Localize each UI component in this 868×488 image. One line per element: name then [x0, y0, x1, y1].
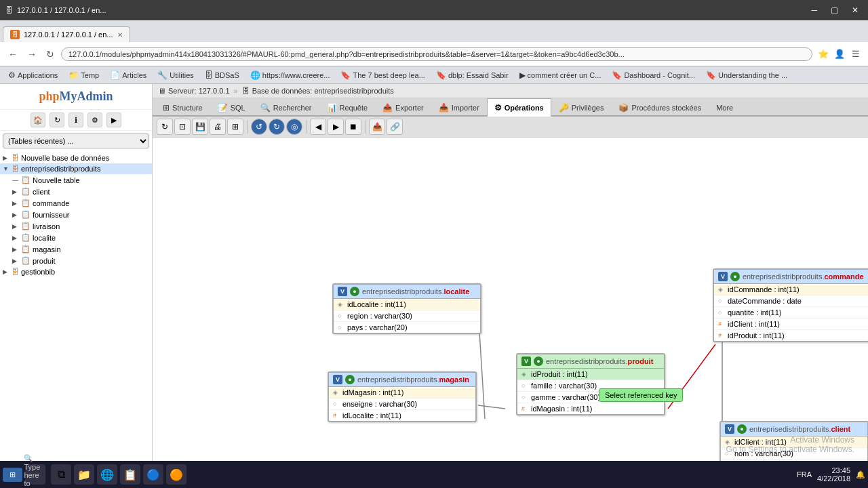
toolbar-expand-btn[interactable]: ⊡	[174, 119, 191, 135]
tab-requete[interactable]: 📊 Requête	[319, 98, 376, 117]
bookmark-understanding[interactable]: 🔖 Understanding the ...	[703, 70, 790, 81]
toolbar-print-btn[interactable]: 🖨	[210, 119, 226, 135]
sidebar-item-entreprisedistrib[interactable]: ▼ 🗄 entreprisedistribproduits	[0, 163, 152, 174]
bookmark-temp[interactable]: 📁 Temp	[66, 70, 102, 81]
sidebar-item-nouvelle-bdd[interactable]: ▶ 🗄 Nouvelle base de données	[0, 152, 152, 163]
extensions-icon[interactable]: ⭐	[816, 47, 830, 61]
bookmark-creere[interactable]: 🌐 https://www.creere...	[248, 70, 333, 81]
forward-button[interactable]: →	[24, 47, 39, 61]
db-select-container[interactable]: (Tables récentes) ...	[3, 134, 149, 148]
tab-structure[interactable]: ⊞ Structure	[155, 98, 210, 117]
toolbar-fit-btn[interactable]: ◎	[286, 119, 302, 135]
sidebar-settings-icon[interactable]: ⚙	[87, 113, 102, 127]
bookmark-comment[interactable]: ▶ comment créer un C...	[517, 70, 604, 81]
refresh-button[interactable]: ↻	[43, 47, 57, 61]
bookmark-applications[interactable]: ⚙ Applications	[5, 70, 60, 81]
sidebar-item-fournisseur[interactable]: ▶ 📋 fournisseur	[9, 209, 152, 220]
sidebar-item-localite[interactable]: ▶ 📋 localite	[9, 232, 152, 243]
sidebar-refresh-icon[interactable]: ↻	[50, 113, 64, 127]
table-produit[interactable]: V ● entreprisedistribproduits.produit ◈ …	[516, 353, 665, 415]
livraison-toggle[interactable]: ▶	[12, 223, 19, 230]
localite-field-1[interactable]: ○ region : varchar(30)	[334, 310, 480, 322]
table-magasin[interactable]: V ● entreprisedistribproduits.magasin ◈ …	[328, 371, 477, 422]
localite-field-0[interactable]: ◈ idLocalite : int(11)	[334, 299, 480, 310]
produit-field-0[interactable]: ◈ idProduit : int(11)	[517, 369, 664, 380]
client-header[interactable]: V ● entreprisedistribproduits.client	[721, 422, 867, 436]
toolbar-reload-btn[interactable]: ↻	[157, 119, 173, 135]
sidebar-item-magasin[interactable]: ▶ 📋 magasin	[9, 243, 152, 255]
sidebar-item-client[interactable]: ▶ 📋 client	[9, 186, 152, 197]
taskbar-app1[interactable]: 📋	[120, 464, 140, 485]
tab-sql[interactable]: 📝 SQL	[210, 98, 253, 117]
magasin-field-0[interactable]: ◈ idMagasin : int(11)	[329, 387, 475, 399]
taskbar-fileexplorer[interactable]: 📁	[74, 464, 94, 485]
produit-toggle[interactable]: ▶	[12, 258, 19, 264]
commande-field-4[interactable]: # idProduit : int(11)	[714, 330, 868, 341]
magasin-field-1[interactable]: ○ enseigne : varchar(30)	[329, 399, 475, 410]
minimize-button[interactable]: ─	[807, 4, 821, 16]
tab-exporter[interactable]: 📤 Exporter	[375, 98, 431, 117]
taskbar-notification-icon[interactable]: 🔔	[856, 470, 865, 479]
client-toggle[interactable]: ▶	[12, 188, 19, 195]
sidebar-item-commande[interactable]: ▶ 📋 commande	[9, 197, 152, 209]
taskbar-taskview[interactable]: ⧉	[51, 464, 71, 485]
taskbar-app3[interactable]: 🟠	[166, 464, 186, 485]
magasin-field-2[interactable]: # idLocalite : int(11)	[329, 410, 475, 421]
magasin-toggle[interactable]: ▶	[12, 246, 19, 253]
bookmark-articles[interactable]: 📄 Articles	[107, 70, 149, 81]
magasin-header[interactable]: V ● entreprisedistribproduits.magasin	[329, 373, 475, 387]
sidebar-item-produit[interactable]: ▶ 📋 produit	[9, 255, 152, 266]
back-button[interactable]: ←	[5, 47, 20, 61]
toggle-icon[interactable]: ▼	[3, 165, 9, 172]
toolbar-layout-btn[interactable]: ⊞	[227, 119, 243, 135]
maximize-button[interactable]: ▢	[827, 4, 842, 16]
table-localite[interactable]: V ● entreprisedistribproduits.localite ◈…	[332, 283, 481, 334]
localite-field-2[interactable]: ○ pays : varchar(20)	[334, 322, 480, 333]
sidebar-item-gestionbib[interactable]: ▶ 🗄 gestionbib	[0, 266, 152, 277]
close-tab-icon[interactable]: ✕	[117, 31, 123, 39]
tab-importer[interactable]: 📥 Importer	[431, 98, 487, 117]
sidebar-info-icon[interactable]: ℹ	[68, 113, 83, 127]
toggle-icon[interactable]: ▶	[3, 155, 9, 161]
taskbar-browser[interactable]: 🌐	[97, 464, 117, 485]
tab-more[interactable]: More	[709, 99, 741, 116]
bookmark-dashboard[interactable]: 🔖 Dashboard - Cognit...	[609, 70, 698, 81]
table-commande[interactable]: V ● entreprisedistribproduits.commande ◈…	[713, 268, 868, 342]
bookmark-dblp[interactable]: 🔖 dblp: Essaid Sabir	[433, 70, 511, 81]
sidebar-console-icon[interactable]: ▶	[106, 113, 121, 127]
toolbar-link-btn[interactable]: 🔗	[387, 119, 403, 135]
tab-operations[interactable]: ⚙ Opérations	[487, 98, 551, 117]
localite-toggle[interactable]: ▶	[12, 235, 19, 241]
commande-header[interactable]: V ● entreprisedistribproduits.commande	[714, 270, 868, 284]
db-select-dropdown[interactable]: (Tables récentes) ...	[3, 134, 149, 148]
bookmark-utilities[interactable]: 🔧 Utilities	[155, 70, 196, 81]
bookmark-deeplea[interactable]: 🔖 The 7 best deep lea...	[338, 70, 427, 81]
taskbar-app2[interactable]: 🔵	[143, 464, 163, 485]
toolbar-zoom-in-btn[interactable]: ↺	[251, 119, 267, 135]
close-button[interactable]: ✕	[848, 4, 863, 16]
taskbar-search[interactable]: 🔍 Type here to search	[25, 464, 45, 485]
bookmark-bdsas[interactable]: 🗄 BDSaS	[202, 70, 242, 81]
tab-rechercher[interactable]: 🔍 Rechercher	[253, 98, 319, 117]
produit-header[interactable]: V ● entreprisedistribproduits.produit	[517, 354, 664, 369]
toolbar-next-btn[interactable]: ▶	[328, 119, 344, 135]
fournisseur-toggle[interactable]: ▶	[12, 211, 19, 218]
sidebar-item-nouvelle-table[interactable]: — 📋 Nouvelle table	[9, 174, 152, 186]
commande-field-0[interactable]: ◈ idCommande : int(11)	[714, 284, 868, 296]
sidebar-item-livraison[interactable]: ▶ 📋 livraison	[9, 220, 152, 232]
start-button[interactable]: ⊞	[3, 468, 22, 482]
window-controls[interactable]: ─ ▢ ✕	[807, 4, 863, 16]
url-field[interactable]	[61, 47, 812, 61]
toolbar-export-btn[interactable]: 📤	[369, 119, 385, 135]
user-icon[interactable]: 👤	[833, 47, 846, 61]
localite-header[interactable]: V ● entreprisedistribproduits.localite	[334, 285, 480, 299]
tab-privileges[interactable]: 🔑 Privilèges	[551, 98, 612, 117]
commande-field-3[interactable]: # idClient : int(11)	[714, 319, 868, 330]
browser-tab[interactable]: 🗄 127.0.0.1 / 127.0.0.1 / en... ✕	[3, 26, 130, 42]
toolbar-stop-btn[interactable]: ⏹	[345, 119, 361, 135]
gestionbib-toggle[interactable]: ▶	[3, 268, 9, 275]
toolbar-save-btn[interactable]: 💾	[192, 119, 208, 135]
produit-field-3[interactable]: # idMagasin : int(11)	[517, 403, 664, 414]
toolbar-prev-btn[interactable]: ◀	[310, 119, 326, 135]
sidebar-home-icon[interactable]: 🏠	[31, 113, 45, 127]
